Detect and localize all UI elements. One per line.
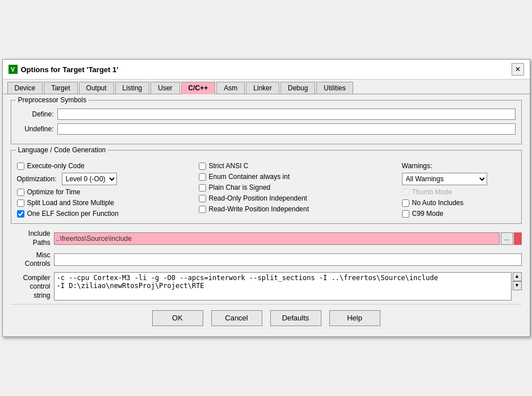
plain-char-checkbox[interactable] <box>199 184 206 191</box>
bottom-buttons: OK Cancel Defaults Help <box>11 304 522 331</box>
one-elf-label: One ELF Section per Function <box>27 210 119 218</box>
strict-ansi-row: Strict ANSI C <box>199 162 396 170</box>
one-elf-checkbox[interactable] <box>17 210 24 218</box>
main-content: Preprocessor Symbols Define: Undefine: L… <box>3 94 530 336</box>
title-bar: V Options for Target 'Target 1' ✕ <box>3 60 530 80</box>
misc-controls-input[interactable] <box>54 253 522 266</box>
execute-only-row: Execute-only Code <box>17 162 193 170</box>
app-icon: V <box>9 65 18 74</box>
preprocessor-group: Preprocessor Symbols Define: Undefine: <box>11 100 522 144</box>
read-only-checkbox[interactable] <box>199 195 206 202</box>
close-button[interactable]: ✕ <box>512 63 524 76</box>
no-auto-label: No Auto Includes <box>412 199 464 207</box>
tab-asm[interactable]: Asm <box>216 82 245 94</box>
split-load-checkbox[interactable] <box>17 199 24 207</box>
execute-only-label: Execute-only Code <box>27 162 85 170</box>
tab-target[interactable]: Target <box>44 82 77 94</box>
tab-device[interactable]: Device <box>7 82 43 94</box>
thumb-mode-label: Thumb Mode <box>412 188 453 196</box>
enum-container-checkbox[interactable] <box>199 173 206 181</box>
optimization-row: Optimization: Level 0 (-O0) <box>17 173 193 185</box>
strict-ansi-label: Strict ANSI C <box>209 162 249 170</box>
read-write-row: Read-Write Position Independent <box>199 205 396 213</box>
language-group: Language / Code Generation Execute-only … <box>11 150 522 224</box>
split-load-row: Split Load and Store Multiple <box>17 199 193 207</box>
lang-col-3: Warnings: All Warnings Thumb Mode No Aut… <box>402 162 516 218</box>
thumb-mode-checkbox[interactable] <box>402 189 409 196</box>
defaults-button[interactable]: Defaults <box>270 310 321 326</box>
read-write-checkbox[interactable] <box>199 206 206 213</box>
help-button[interactable]: Help <box>329 310 380 326</box>
title-bar-left: V Options for Target 'Target 1' <box>9 65 119 74</box>
lang-col-2: Strict ANSI C Enum Container always int … <box>199 162 396 218</box>
lang-col-1: Execute-only Code Optimization: Level 0 … <box>17 162 193 218</box>
plain-char-row: Plain Char is Signed <box>199 184 396 191</box>
include-paths-row: Include Paths ... <box>11 230 522 247</box>
browse-accent <box>514 232 522 245</box>
read-only-label: Read-Only Position Independent <box>209 194 307 202</box>
optimization-select[interactable]: Level 0 (-O0) <box>62 173 117 185</box>
language-legend: Language / Code Generation <box>16 146 108 154</box>
compiler-label: Compiler control string <box>11 272 51 301</box>
enum-container-row: Enum Container always int <box>199 173 396 181</box>
include-paths-label: Include Paths <box>11 230 51 247</box>
optimize-time-row: Optimize for Time <box>17 188 193 196</box>
define-label: Define: <box>17 110 54 118</box>
tab-debug[interactable]: Debug <box>280 82 315 94</box>
define-row: Define: <box>17 109 516 120</box>
read-write-label: Read-Write Position Independent <box>209 205 309 213</box>
browse-button[interactable]: ... <box>501 232 513 245</box>
define-input[interactable] <box>57 109 516 120</box>
window-title: Options for Target 'Target 1' <box>21 65 119 74</box>
undefine-input[interactable] <box>57 123 516 135</box>
thumb-mode-row: Thumb Mode <box>402 188 516 196</box>
no-auto-checkbox[interactable] <box>402 199 409 207</box>
tab-user[interactable]: User <box>150 82 179 94</box>
one-elf-row: One ELF Section per Function <box>17 210 193 218</box>
read-only-row: Read-Only Position Independent <box>199 194 396 202</box>
c99-label: C99 Mode <box>412 210 443 218</box>
undefine-label: Undefine: <box>17 125 54 133</box>
undefine-row: Undefine: <box>17 123 516 135</box>
tab-bar: Device Target Output Listing User C/C++ … <box>3 80 530 94</box>
warnings-box: Warnings: All Warnings <box>402 162 516 185</box>
scroll-buttons: ▲ ▼ <box>513 272 522 290</box>
tab-cpp[interactable]: C/C++ <box>181 82 216 94</box>
plain-char-label: Plain Char is Signed <box>209 184 271 191</box>
execute-only-checkbox[interactable] <box>17 162 24 170</box>
strict-ansi-checkbox[interactable] <box>199 162 206 170</box>
warnings-select[interactable]: All Warnings <box>402 173 487 185</box>
preprocessor-legend: Preprocessor Symbols <box>16 96 89 104</box>
optimize-time-checkbox[interactable] <box>17 189 24 196</box>
misc-controls-label: Misc Controls <box>11 251 51 269</box>
compiler-textarea[interactable]: -c --cpu Cortex-M3 -li -g -O0 --apcs=int… <box>54 272 512 301</box>
cancel-button[interactable]: Cancel <box>211 310 262 326</box>
c99-checkbox[interactable] <box>402 210 409 218</box>
tab-linker[interactable]: Linker <box>246 82 279 94</box>
ok-button[interactable]: OK <box>152 310 203 326</box>
split-load-label: Split Load and Store Multiple <box>27 199 114 207</box>
tab-output[interactable]: Output <box>79 82 114 94</box>
include-paths-input[interactable] <box>54 232 500 245</box>
c99-mode-row: C99 Mode <box>402 210 516 218</box>
warnings-label: Warnings: <box>402 162 516 170</box>
misc-controls-row: Misc Controls <box>11 251 522 269</box>
scroll-down-button[interactable]: ▼ <box>513 281 522 290</box>
options-window: V Options for Target 'Target 1' ✕ Device… <box>2 59 530 336</box>
tab-listing[interactable]: Listing <box>115 82 150 94</box>
compiler-row: Compiler control string -c --cpu Cortex-… <box>11 272 522 301</box>
scroll-up-button[interactable]: ▲ <box>513 272 522 281</box>
enum-container-label: Enum Container always int <box>209 173 290 181</box>
tab-utilities[interactable]: Utilities <box>316 82 353 94</box>
no-auto-row: No Auto Includes <box>402 199 516 207</box>
optimization-label: Optimization: <box>17 175 57 183</box>
optimize-time-label: Optimize for Time <box>27 188 81 196</box>
